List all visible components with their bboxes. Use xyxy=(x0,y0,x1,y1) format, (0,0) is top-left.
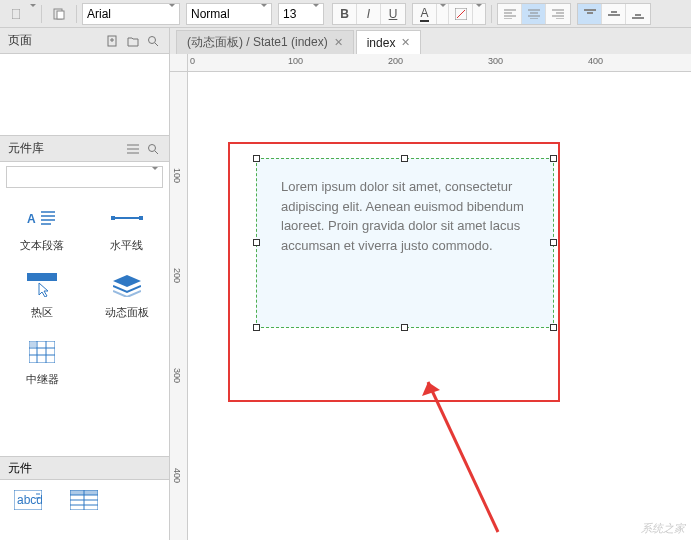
svg-rect-7 xyxy=(608,14,620,16)
svg-rect-5 xyxy=(587,12,593,14)
resize-handle-tc[interactable] xyxy=(401,155,408,162)
elements-panel-header: 元件 xyxy=(0,456,169,480)
underline-button[interactable]: U xyxy=(381,4,405,24)
widget-repeater[interactable]: 中继器 xyxy=(0,330,85,397)
widget-label: 文本段落 xyxy=(20,238,64,253)
left-sidebar: 页面 元件库 A 文本段落 xyxy=(0,28,170,540)
close-icon[interactable]: ✕ xyxy=(401,36,410,49)
text-color-button[interactable]: A xyxy=(413,4,437,24)
ruler-mark: 0 xyxy=(190,56,195,66)
menu-icon[interactable] xyxy=(125,141,141,157)
widget-label: 中继器 xyxy=(26,372,59,387)
svg-rect-2 xyxy=(57,11,64,19)
chevron-down-icon xyxy=(261,7,267,21)
svg-rect-8 xyxy=(635,14,641,16)
ruler-mark: 200 xyxy=(172,268,182,283)
widget-library: A 文本段落 水平线 热区 动态面板 中继器 xyxy=(0,162,169,456)
ruler-mark: 300 xyxy=(488,56,503,66)
library-selector-dropdown[interactable] xyxy=(6,166,163,188)
elements-panel-body: abcd xyxy=(0,480,169,540)
format-toolbar: Arial Normal 13 B I U A xyxy=(0,0,691,28)
elements-panel-title: 元件 xyxy=(8,460,32,477)
widget-text-paragraph[interactable]: A 文本段落 xyxy=(0,196,85,263)
widget-hotspot[interactable]: 热区 xyxy=(0,263,85,330)
design-canvas[interactable]: Lorem ipsum dolor sit amet, consectetur … xyxy=(188,72,691,540)
svg-rect-19 xyxy=(30,342,36,347)
vertical-ruler[interactable]: 100 200 300 400 xyxy=(170,72,188,540)
widget-label: 动态面板 xyxy=(105,305,149,320)
search-icon[interactable] xyxy=(145,33,161,49)
h-align-group xyxy=(497,3,571,25)
repeater-icon xyxy=(24,338,60,366)
align-middle-button[interactable] xyxy=(602,4,626,24)
svg-rect-9 xyxy=(632,17,644,19)
svg-rect-14 xyxy=(111,216,115,220)
font-style-dropdown[interactable]: Normal xyxy=(186,3,272,25)
font-family-dropdown[interactable]: Arial xyxy=(82,3,180,25)
text-content: Lorem ipsum dolor sit amet, consectetur … xyxy=(257,159,553,273)
tab-dynamic-panel-state[interactable]: (动态面板) / State1 (index) ✕ xyxy=(176,30,354,54)
element-table-icon[interactable] xyxy=(70,490,98,530)
ruler-mark: 300 xyxy=(172,368,182,383)
resize-handle-bl[interactable] xyxy=(253,324,260,331)
element-text-icon[interactable]: abcd xyxy=(14,490,42,530)
align-left-button[interactable] xyxy=(498,4,522,24)
chevron-down-icon[interactable] xyxy=(30,7,36,21)
svg-rect-4 xyxy=(584,9,596,11)
pages-panel-title: 页面 xyxy=(8,32,32,49)
watermark: 系统之家 xyxy=(641,521,685,536)
align-right-button[interactable] xyxy=(546,4,570,24)
resize-handle-bc[interactable] xyxy=(401,324,408,331)
tab-label: index xyxy=(367,36,396,50)
font-size-dropdown[interactable]: 13 xyxy=(278,3,324,25)
resize-handle-ml[interactable] xyxy=(253,239,260,246)
widget-label: 水平线 xyxy=(110,238,143,253)
widget-horizontal-line[interactable]: 水平线 xyxy=(85,196,170,263)
svg-point-11 xyxy=(149,36,156,43)
italic-button[interactable]: I xyxy=(357,4,381,24)
resize-handle-mr[interactable] xyxy=(550,239,557,246)
tab-index[interactable]: index ✕ xyxy=(356,30,422,54)
ruler-mark: 100 xyxy=(288,56,303,66)
fill-color-button[interactable] xyxy=(449,4,473,24)
align-center-button[interactable] xyxy=(522,4,546,24)
svg-line-24 xyxy=(428,382,498,532)
toolbar-btn[interactable] xyxy=(4,3,28,25)
widget-dynamic-panel[interactable]: 动态面板 xyxy=(85,263,170,330)
text-color-dropdown[interactable] xyxy=(437,4,449,24)
align-bottom-button[interactable] xyxy=(626,4,650,24)
selected-text-widget[interactable]: Lorem ipsum dolor sit amet, consectetur … xyxy=(256,158,554,328)
close-icon[interactable]: ✕ xyxy=(334,36,343,49)
ruler-mark: 400 xyxy=(172,468,182,483)
horizontal-ruler[interactable]: 0 100 200 300 400 xyxy=(188,54,691,72)
fill-color-dropdown[interactable] xyxy=(473,4,485,24)
pages-panel-header: 页面 xyxy=(0,28,169,54)
canvas-viewport: 0 100 200 300 400 100 200 300 400 Lorem … xyxy=(170,54,691,540)
svg-rect-17 xyxy=(27,273,57,281)
svg-text:abcd: abcd xyxy=(17,493,42,507)
align-top-button[interactable] xyxy=(578,4,602,24)
ruler-corner xyxy=(170,54,188,72)
resize-handle-br[interactable] xyxy=(550,324,557,331)
svg-text:A: A xyxy=(27,212,36,226)
ruler-mark: 400 xyxy=(588,56,603,66)
bold-button[interactable]: B xyxy=(333,4,357,24)
resize-handle-tr[interactable] xyxy=(550,155,557,162)
horizontal-line-icon xyxy=(109,204,145,232)
svg-rect-0 xyxy=(12,9,20,19)
add-folder-icon[interactable] xyxy=(125,33,141,49)
search-icon[interactable] xyxy=(145,141,161,157)
text-paragraph-icon: A xyxy=(24,204,60,232)
resize-handle-tl[interactable] xyxy=(253,155,260,162)
add-page-icon[interactable] xyxy=(105,33,121,49)
pages-panel-body[interactable] xyxy=(0,54,169,136)
chevron-down-icon xyxy=(313,7,319,21)
document-tabs: (动态面板) / State1 (index) ✕ index ✕ xyxy=(170,28,691,54)
color-group: A xyxy=(412,3,486,25)
paste-special-button[interactable] xyxy=(47,3,71,25)
dynamic-panel-icon xyxy=(109,271,145,299)
tab-label: (动态面板) / State1 (index) xyxy=(187,34,328,51)
v-align-group xyxy=(577,3,651,25)
font-style-group: B I U xyxy=(332,3,406,25)
svg-point-12 xyxy=(149,144,156,151)
